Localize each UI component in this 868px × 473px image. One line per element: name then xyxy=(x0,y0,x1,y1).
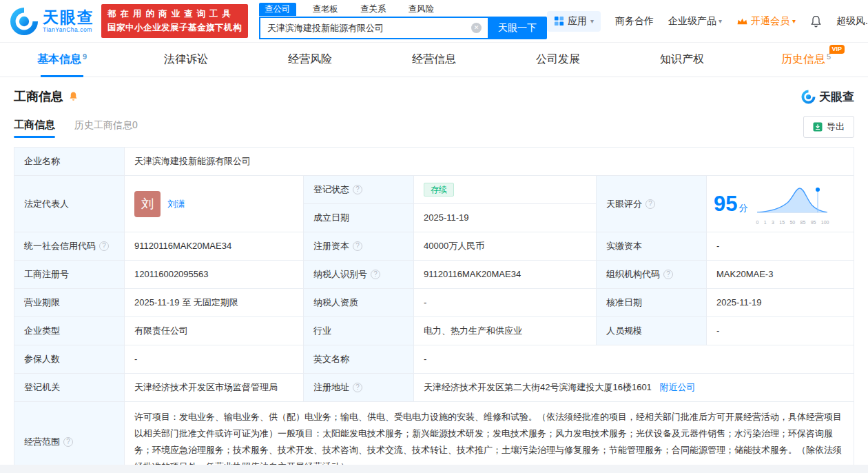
tab-company-development[interactable]: 公司发展 xyxy=(496,43,620,77)
established-value: 2025-11-19 xyxy=(414,204,597,232)
tab-basic-info-count: 9 xyxy=(83,52,87,61)
registry-label: 登记机关 xyxy=(14,374,125,402)
search-tab-boss[interactable]: 查老板 xyxy=(307,3,344,16)
help-icon[interactable]: ? xyxy=(371,270,380,279)
org-code-value: MAK20MAE-3 xyxy=(707,261,854,289)
super-risk-link[interactable]: 超级风... ▾ xyxy=(836,15,868,28)
term-label: 营业期限 xyxy=(14,289,125,317)
reg-status-label: 登记状态? xyxy=(304,176,414,204)
help-icon[interactable]: ? xyxy=(99,241,109,251)
vip-membership-link[interactable]: 开通会员 ▾ xyxy=(736,15,796,28)
tab-legal-litigation-label: 法律诉讼 xyxy=(164,52,208,67)
industry-label: 行业 xyxy=(304,317,414,345)
clear-icon[interactable]: ✕ xyxy=(471,23,482,33)
help-icon[interactable]: ? xyxy=(645,199,655,209)
legal-rep-avatar[interactable]: 刘 xyxy=(134,191,161,217)
table-row: 营业期限 2025-11-19 至 无固定期限 纳税人资质 - 核准日期 202… xyxy=(14,289,854,317)
approval-date-value: 2025-11-19 xyxy=(707,289,854,317)
credit-code-label: 统一社会信用代码? xyxy=(14,232,125,261)
search-tab-company[interactable]: 查公司 xyxy=(259,3,296,16)
table-row: 法定代表人 刘 刘潇 登记状态? 存续 天眼评分? 95 分 xyxy=(14,176,854,204)
company-name-value: 天津滨海建投新能源有限公司 xyxy=(125,148,854,176)
nearby-companies-link[interactable]: 附近公司 xyxy=(659,382,695,392)
section-title: 工商信息 xyxy=(14,88,63,105)
credit-code-value: 91120116MAK20MAE34 xyxy=(125,232,304,261)
help-icon[interactable]: ? xyxy=(663,270,673,279)
apps-grid-icon xyxy=(554,16,564,26)
page: 天眼查 TianYanCha.com 都在用的商业查询工具 国家中小企业发展子基… xyxy=(0,0,868,473)
term-value: 2025-11-19 至 无固定期限 xyxy=(125,289,304,317)
address-label: 注册地址? xyxy=(304,374,414,402)
business-scope-label: 经营范围? xyxy=(14,402,125,465)
apps-menu-button[interactable]: 应用 ▾ xyxy=(547,11,601,32)
search-button[interactable]: 天眼一下 xyxy=(488,17,547,39)
score-unit: 分 xyxy=(738,201,747,215)
slogan-badge: 都在用的商业查询工具 国家中小企业发展子基金旗下机构 xyxy=(101,4,248,38)
help-icon[interactable]: ? xyxy=(353,241,362,251)
business-cooperation-link[interactable]: 商务合作 xyxy=(615,15,654,28)
search-tabs: 查公司 查老板 查关系 查风险 xyxy=(259,2,547,17)
export-button[interactable]: 导出 xyxy=(803,116,854,138)
tab-operation-info-label: 经营信息 xyxy=(412,52,456,67)
org-code-label: 组织机构代码? xyxy=(597,261,707,289)
search-tab-risk[interactable]: 查风险 xyxy=(403,3,440,16)
notification-bell-icon[interactable] xyxy=(810,15,822,28)
tianyancha-logo-icon xyxy=(10,7,39,36)
tab-intellectual-property-label: 知识产权 xyxy=(660,52,704,67)
business-cooperation-label: 商务合作 xyxy=(615,15,654,28)
english-name-value: - xyxy=(414,345,854,374)
company-section-tabs: 基本信息 9 法律诉讼 经营风险 经营信息 公司发展 知识产权 历史信息 5 V… xyxy=(0,43,868,77)
reg-status-value: 存续 xyxy=(414,176,597,204)
company-name-label: 企业名称 xyxy=(14,148,125,176)
tab-operation-info[interactable]: 经营信息 xyxy=(372,43,496,77)
tab-legal-litigation[interactable]: 法律诉讼 xyxy=(124,43,248,77)
business-info-table: 企业名称 天津滨海建投新能源有限公司 法定代表人 刘 刘潇 登记状态? 存续 天… xyxy=(14,147,854,465)
enterprise-products-link[interactable]: 企业级产品 ▾ xyxy=(668,15,722,28)
search-input[interactable] xyxy=(259,17,488,39)
business-scope-value: 许可项目：发电业务、输电业务、供（配）电业务；输电、供电、受电电力设施的安装、维… xyxy=(125,402,854,465)
chevron-down-icon: ▾ xyxy=(719,17,722,25)
insured-count-value: - xyxy=(125,345,304,374)
table-row: 企业名称 天津滨海建投新能源有限公司 xyxy=(14,148,854,176)
apps-label: 应用 xyxy=(568,15,587,28)
score-number: 95 xyxy=(714,193,737,214)
brand-watermark: 天眼查 xyxy=(801,89,854,105)
search-tab-relation[interactable]: 查关系 xyxy=(355,3,392,16)
tab-history-info-count: 5 xyxy=(827,52,831,61)
vip-membership-label: 开通会员 xyxy=(751,15,789,28)
super-risk-label: 超级风... xyxy=(836,15,868,28)
logo-text: 天眼查 TianYanCha.com xyxy=(43,9,94,32)
paid-capital-label: 实缴资本 xyxy=(597,232,707,261)
company-type-value: 有限责任公司 xyxy=(125,317,304,345)
legal-rep-value: 刘 刘潇 xyxy=(125,176,304,232)
english-name-label: 英文名称 xyxy=(304,345,414,374)
subtab-business-info[interactable]: 工商信息 xyxy=(14,119,55,138)
tianyancha-logo[interactable]: 天眼查 TianYanCha.com xyxy=(10,7,94,36)
taxpayer-id-value: 91120116MAK20MAE34 xyxy=(414,261,597,289)
tab-basic-info[interactable]: 基本信息 9 xyxy=(0,43,124,77)
slogan-line1: 都在用的商业查询工具 xyxy=(107,8,242,21)
tab-operation-risk[interactable]: 经营风险 xyxy=(248,43,372,77)
reg-number-label: 工商注册号 xyxy=(14,261,125,289)
tab-history-info[interactable]: 历史信息 5 VIP xyxy=(744,43,868,77)
tab-company-development-label: 公司发展 xyxy=(536,52,580,67)
table-row: 参保人数 - 英文名称 - xyxy=(14,345,854,374)
help-icon[interactable]: ? xyxy=(353,383,362,392)
registry-value: 天津经济技术开发区市场监督管理局 xyxy=(125,374,304,402)
brand-watermark-label: 天眼查 xyxy=(819,89,854,105)
help-icon[interactable]: ? xyxy=(63,437,73,447)
legal-rep-name-link[interactable]: 刘潇 xyxy=(167,197,185,211)
established-label: 成立日期 xyxy=(304,204,414,232)
reg-number-value: 120116002095563 xyxy=(125,261,304,289)
help-icon[interactable]: ? xyxy=(353,185,362,194)
tab-operation-risk-label: 经营风险 xyxy=(288,52,332,67)
reg-capital-value: 40000万人民币 xyxy=(414,232,597,261)
tab-basic-info-label: 基本信息 xyxy=(37,52,81,67)
insured-count-label: 参保人数 xyxy=(14,345,125,374)
subscribe-bell-icon[interactable] xyxy=(68,91,79,102)
enterprise-products-label: 企业级产品 xyxy=(668,15,716,28)
table-row: 工商注册号 120116002095563 纳税人识别号? 91120116MA… xyxy=(14,261,854,289)
tab-intellectual-property[interactable]: 知识产权 xyxy=(620,43,744,77)
table-row: 统一社会信用代码? 91120116MAK20MAE34 注册资本? 40000… xyxy=(14,232,854,261)
subtab-history-business-info[interactable]: 历史工商信息0 xyxy=(74,119,138,138)
